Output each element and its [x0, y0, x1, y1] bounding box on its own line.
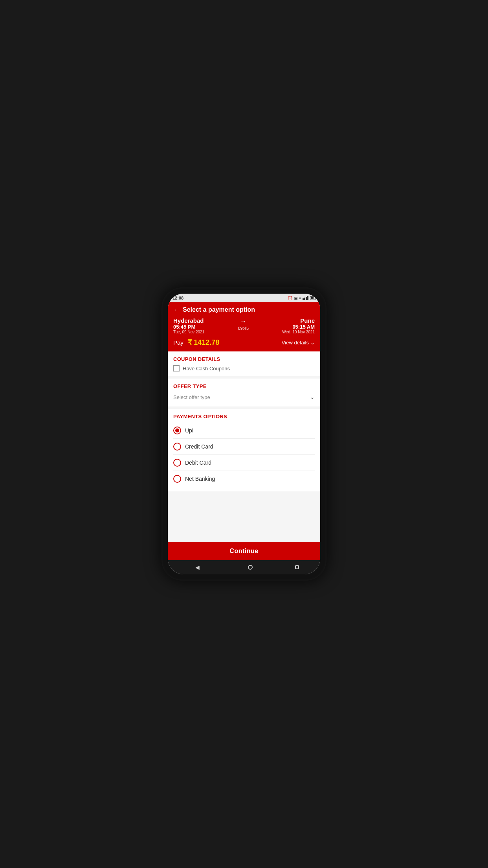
trip-arrow-col: → 09:45 [238, 317, 249, 331]
radio-debit-card [173, 459, 181, 467]
to-city: Pune [282, 317, 315, 324]
page-title: Select a payment option [183, 306, 255, 313]
scroll-content: Coupon details Have Cash Coupons Offer t… [168, 351, 320, 542]
radio-upi-fill [175, 428, 179, 432]
payment-section: Payments options Upi Credit Card [168, 409, 320, 491]
continue-button[interactable]: Continue [168, 542, 320, 560]
battery-icon [310, 296, 316, 300]
back-button[interactable]: ← [173, 306, 180, 313]
offer-section-title: Offer type [173, 383, 315, 389]
payment-option-credit-card[interactable]: Credit Card [173, 439, 315, 455]
radio-upi [173, 427, 181, 434]
from-city: Hyderabad [173, 317, 204, 324]
offer-chevron-icon: ⌄ [310, 394, 315, 400]
wifi-icon: ▾ [299, 296, 301, 300]
payment-option-upi[interactable]: Upi [173, 423, 315, 439]
view-details-button[interactable]: View details ⌄ [282, 340, 315, 346]
nav-bar: ◀ [168, 560, 320, 574]
cash-coupon-checkbox[interactable] [173, 365, 180, 371]
nav-home-button[interactable] [248, 565, 253, 570]
payment-label-net-banking: Net Banking [185, 476, 215, 482]
trip-from: Hyderabad 05:45 PM Tue, 09 Nov 2021 [173, 317, 204, 334]
status-time: 12:08 [172, 296, 183, 300]
nav-recent-button[interactable] [295, 565, 299, 569]
cash-coupon-label: Have Cash Coupons [183, 366, 230, 371]
radio-net-banking [173, 475, 181, 483]
payment-option-debit-card[interactable]: Debit Card [173, 455, 315, 471]
payment-section-title: Payments options [173, 414, 315, 419]
payment-label-upi: Upi [185, 427, 193, 434]
to-date: Wed, 10 Nov 2021 [282, 330, 315, 334]
offer-select-label: Select offer type [173, 394, 210, 400]
to-time: 05:15 AM [282, 324, 315, 330]
chevron-down-icon: ⌄ [310, 340, 315, 346]
header-title-row: ← Select a payment option [173, 306, 315, 313]
trip-to: Pune 05:15 AM Wed, 10 Nov 2021 [282, 317, 315, 334]
coupon-section: Coupon details Have Cash Coupons [168, 351, 320, 376]
pay-label: Pay [173, 339, 183, 346]
pay-amount: ₹ 1412.78 [187, 338, 219, 346]
app-content: ← Select a payment option Hyderabad 05:4… [168, 302, 320, 560]
payment-option-net-banking[interactable]: Net Banking [173, 471, 315, 487]
payment-label-debit-card: Debit Card [185, 460, 211, 466]
pay-row: Pay ₹ 1412.78 View details ⌄ [173, 338, 315, 347]
trip-info: Hyderabad 05:45 PM Tue, 09 Nov 2021 → 09… [173, 317, 315, 334]
header: ← Select a payment option Hyderabad 05:4… [168, 302, 320, 351]
direction-arrow-icon: → [240, 318, 246, 325]
signal-icon [303, 296, 308, 300]
status-icons: ⏰ ▣ ▾ [288, 296, 316, 300]
coupon-row: Have Cash Coupons [173, 365, 315, 371]
from-time: 05:45 PM [173, 324, 204, 330]
alarm-icon: ⏰ [288, 296, 292, 300]
phone-screen: 12:08 ⏰ ▣ ▾ ← [168, 294, 320, 574]
status-bar: 12:08 ⏰ ▣ ▾ [168, 294, 320, 302]
coupon-section-title: Coupon details [173, 356, 315, 362]
radio-credit-card [173, 443, 181, 451]
phone-frame: 12:08 ⏰ ▣ ▾ ← [161, 287, 327, 581]
offer-section: Offer type Select offer type ⌄ [168, 379, 320, 406]
pay-info: Pay ₹ 1412.78 [173, 338, 219, 347]
trip-duration: 09:45 [238, 326, 249, 331]
from-date: Tue, 09 Nov 2021 [173, 330, 204, 334]
offer-select-dropdown[interactable]: Select offer type ⌄ [173, 392, 315, 402]
nav-back-button[interactable]: ◀ [189, 563, 206, 572]
payment-label-credit-card: Credit Card [185, 443, 213, 450]
sim-icon: ▣ [294, 296, 297, 300]
